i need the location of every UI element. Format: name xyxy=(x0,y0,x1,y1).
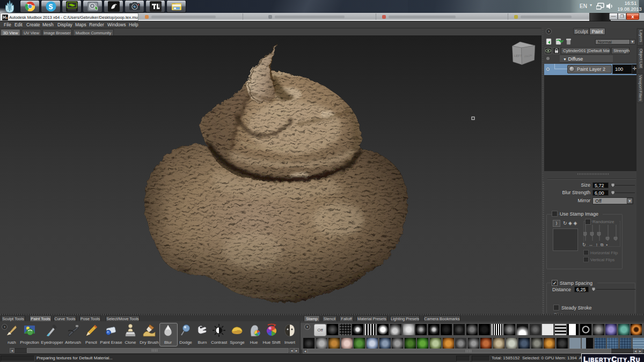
svg-text:LEFT: LEFT xyxy=(514,54,522,58)
